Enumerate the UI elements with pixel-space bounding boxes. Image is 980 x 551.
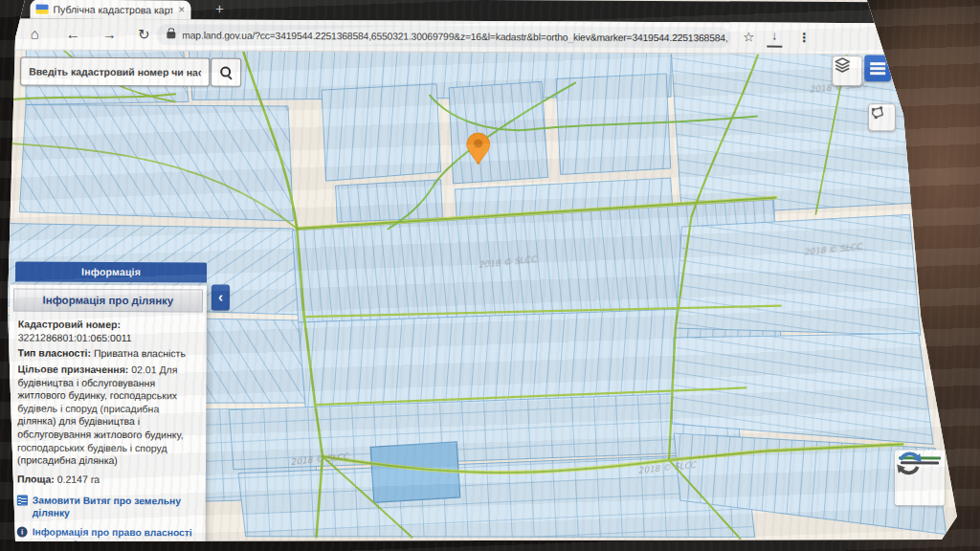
site-favicon-icon [35,5,48,14]
back-button[interactable]: ← [60,19,85,50]
info-panel-tab[interactable]: Інформація [15,261,207,282]
search-input[interactable] [21,57,209,85]
browser-menu-button[interactable]: ⋮ [791,23,816,54]
layers-icon [833,56,852,76]
download-button[interactable]: ↓ [767,29,782,48]
lock-icon [167,32,175,38]
reload-button[interactable]: ↻ [131,19,156,50]
info-panel: Інформація про ділянку Кадастровий номер… [9,284,207,549]
panel-section-title: Інформація про ділянку [13,288,203,312]
order-extract-label: Замовити Витяг про земельну ділянку [33,494,197,519]
ownership-value: Приватна власність [94,347,186,360]
hamburger-icon [870,62,885,75]
cadastral-map[interactable]: 2018 © SLCC 2018 © SLCC 2018 © SLCC 2018… [0,0,980,551]
photo-backdrop: 2018 © SLCC 2018 © SLCC 2018 © SLCC 2018… [0,0,980,551]
search-button[interactable] [211,58,241,87]
purpose-label: Цільове призначення: [18,363,129,375]
ownership-label: Тип власності: [18,347,91,359]
layers-button[interactable] [832,55,862,86]
bookmark-star-button[interactable]: ☆ [736,22,761,53]
info-icon: i [17,527,28,538]
new-tab-button[interactable]: + [210,0,229,20]
area-value: 0.2147 га [57,474,100,485]
cadastral-number-value: 3221286801:01:065:0011 [18,331,132,343]
polygon-tool-icon [869,104,886,121]
browser-toolbar: ⌂ ← → ↻ map.land.gov.ua/?cc=3419544.2251… [1,18,980,55]
area-label: Площа: [17,474,55,485]
url-bar[interactable]: map.land.gov.ua/?cc=3419544.2251368584,6… [156,24,730,48]
menu-button[interactable] [864,55,891,81]
order-extract-link[interactable]: Замовити Витяг про земельну ділянку [17,494,197,519]
close-tab-icon[interactable]: ✕ [178,5,186,14]
ownership-rights-link[interactable]: i Інформація про право власності та речо… [17,526,197,551]
forward-button[interactable]: → [97,19,122,50]
home-button[interactable]: ⌂ [22,19,47,50]
cadastral-number-label: Кадастровий номер: [18,318,121,330]
search-icon [220,66,233,78]
circular-arrows-icon [895,450,924,476]
polygon-tool-button[interactable] [868,103,896,131]
ownership-rights-label: Інформація про право власності та речові… [33,526,197,551]
tab-title: Публічна кадастрова карта [53,4,173,16]
feedback-badge[interactable] [895,450,945,505]
browser-tab[interactable]: Публічна кадастрова карта ✕ [30,0,190,19]
device-screen: 2018 © SLCC 2018 © SLCC 2018 © SLCC 2018… [0,0,980,551]
purpose-value: 02.01 Для будівництва і обслуговування ж… [17,364,184,466]
document-icon [17,495,28,505]
panel-collapse-button[interactable]: ‹ [212,285,230,311]
search-box [20,56,210,86]
url-text: map.land.gov.ua/?cc=3419544.2251368584,6… [182,30,727,43]
